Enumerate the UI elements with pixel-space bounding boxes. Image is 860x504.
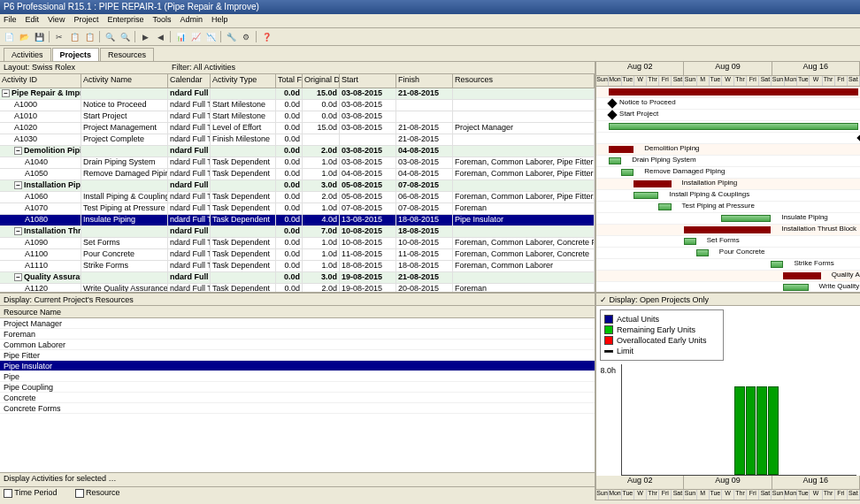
menu-admin[interactable]: Admin [180, 15, 203, 24]
resource-row[interactable]: Foreman [0, 329, 595, 340]
resource-row[interactable]: Concrete [0, 393, 595, 403]
activity-row[interactable]: A1020Project Managementndard Full TimeLe… [0, 123, 595, 134]
activity-row[interactable]: A1080Insulate Pipingndard Full TimeTask … [0, 215, 595, 226]
toolbar-button[interactable]: ⚙ [239, 30, 253, 44]
collapse-icon[interactable]: − [2, 89, 10, 97]
col-orig-duration[interactable]: Original Duration [303, 74, 340, 88]
summary-row[interactable]: −Installation Thrust Blockndard Full Tim… [0, 226, 595, 238]
col-activity-id[interactable]: Activity ID [0, 74, 81, 88]
toolbar-button[interactable]: 📂 [17, 30, 31, 44]
resource-col-header[interactable]: Resource Name [0, 306, 595, 318]
task-bar[interactable] [621, 169, 633, 176]
histogram-bar[interactable] [756, 386, 767, 475]
resource-row[interactable]: Pipe Fitter [0, 350, 595, 361]
col-finish[interactable]: Finish [396, 74, 453, 88]
gantt-row: Test Piping at Pressure [596, 202, 860, 213]
activity-row[interactable]: A1120Write Quality Assurance Reportndard… [0, 284, 595, 292]
day-header: Sat [848, 76, 860, 86]
activity-grid[interactable]: −Pipe Repair & Improvendard Full Time0.0… [0, 88, 595, 292]
summary-bar[interactable] [684, 226, 772, 233]
opt-resource[interactable]: Resource [75, 488, 120, 500]
histogram-bar[interactable] [768, 386, 779, 475]
toolbar-button[interactable]: 🔍 [103, 30, 117, 44]
activity-row[interactable]: A1030Project Completendard Full TimeFini… [0, 134, 595, 146]
activity-row[interactable]: A1040Drain Piping Systemndard Full TimeT… [0, 157, 595, 169]
toolbar-button[interactable]: 📉 [203, 30, 218, 44]
collapse-icon[interactable]: − [14, 181, 22, 189]
activity-row[interactable]: A1010Start Projectndard Full TimeStart M… [0, 111, 595, 123]
toolbar-button[interactable]: ▶ [138, 30, 152, 44]
col-resources[interactable]: Resources [453, 74, 595, 88]
resource-list[interactable]: Project ManagerForemanCommon LaborerPipe… [0, 318, 595, 472]
toolbar-button[interactable]: 🔍 [118, 30, 132, 44]
resource-row[interactable]: Pipe Insulator [0, 361, 595, 371]
histogram-bar[interactable] [734, 386, 745, 475]
activity-row[interactable]: A1000Notice to Proceedndard Full TimeSta… [0, 100, 595, 111]
toolbar-button[interactable]: 🔧 [224, 30, 238, 44]
summary-bar[interactable] [609, 146, 633, 153]
task-bar[interactable] [658, 203, 671, 210]
toolbar-button[interactable]: ❓ [259, 30, 273, 44]
task-bar[interactable] [721, 215, 771, 222]
menu-help[interactable]: Help [211, 15, 228, 24]
menu-enterprise[interactable]: Enterprise [107, 15, 143, 24]
tab-resources[interactable]: Resources [100, 48, 154, 61]
activity-row[interactable]: A1110Strike Formsndard Full TimeTask Dep… [0, 261, 595, 272]
activity-row[interactable]: A1060Install Piping & Couplingsndard Ful… [0, 192, 595, 203]
summary-bar[interactable] [783, 272, 820, 279]
task-bar[interactable] [609, 123, 858, 130]
task-bar[interactable] [771, 261, 783, 268]
menu-edit[interactable]: Edit [26, 15, 40, 24]
task-bar[interactable] [684, 238, 696, 245]
menu-project[interactable]: Project [73, 15, 98, 24]
histogram-area[interactable] [621, 364, 856, 476]
toolbar-button[interactable]: 📄 [2, 30, 16, 44]
col-start[interactable]: Start [340, 74, 396, 88]
summary-row[interactable]: −Quality Assurancendard Full Time0.0d3.0… [0, 272, 595, 284]
tab-projects[interactable]: Projects [52, 48, 100, 61]
activity-row[interactable]: A1090Set Formsndard Full TimeTask Depend… [0, 238, 595, 249]
gantt-body[interactable]: Notice to ProceedStart ProjectProject MP… [596, 87, 860, 292]
milestone-icon[interactable] [607, 110, 617, 119]
summary-row[interactable]: −Pipe Repair & Improvendard Full Time0.0… [0, 88, 595, 100]
toolbar-button[interactable]: ✂ [52, 30, 66, 44]
col-total-float[interactable]: Total Float [276, 74, 303, 88]
summary-row[interactable]: −Installation Pipingndard Full Time0.0d3… [0, 180, 595, 192]
menu-tools[interactable]: Tools [152, 15, 171, 24]
opt-time-period[interactable]: Time Period [4, 488, 58, 500]
toolbar-button[interactable]: 📊 [173, 30, 188, 44]
collapse-icon[interactable]: − [14, 227, 22, 235]
task-bar[interactable] [609, 157, 621, 164]
milestone-icon[interactable] [856, 133, 860, 142]
day-header: Mon [609, 76, 622, 86]
resource-row[interactable]: Pipe Coupling [0, 382, 595, 393]
collapse-icon[interactable]: − [14, 147, 22, 155]
collapse-icon[interactable]: − [14, 273, 22, 281]
task-bar[interactable] [633, 192, 658, 199]
tab-activities[interactable]: Activities [4, 48, 51, 61]
col-calendar[interactable]: Calendar [168, 74, 211, 88]
toolbar-button[interactable]: ◀ [153, 30, 167, 44]
summary-row[interactable]: −Demolition Pipingndard Full Time0.0d2.0… [0, 146, 595, 157]
resource-row[interactable]: Pipe [0, 371, 595, 382]
summary-bar[interactable] [609, 88, 858, 95]
col-activity-type[interactable]: Activity Type [211, 74, 276, 88]
activity-row[interactable]: A1070Test Piping at Pressurendard Full T… [0, 203, 595, 215]
task-bar[interactable] [696, 249, 709, 256]
resource-row[interactable]: Concrete Forms [0, 403, 595, 414]
resource-row[interactable]: Project Manager [0, 318, 595, 329]
menu-file[interactable]: File [4, 15, 17, 24]
activity-row[interactable]: A1050Remove Damaged Pipingndard Full Tim… [0, 169, 595, 180]
histogram-bar[interactable] [746, 386, 756, 475]
toolbar-button[interactable]: 📋 [67, 30, 81, 44]
summary-bar[interactable] [633, 180, 671, 187]
milestone-icon[interactable] [607, 98, 617, 108]
toolbar-button[interactable]: 💾 [32, 30, 46, 44]
task-bar[interactable] [783, 284, 808, 291]
toolbar-button[interactable]: 📈 [188, 30, 203, 44]
menu-view[interactable]: View [48, 15, 65, 24]
resource-row[interactable]: Common Laborer [0, 340, 595, 350]
col-activity-name[interactable]: Activity Name [81, 74, 168, 88]
activity-row[interactable]: A1100Pour Concretendard Full TimeTask De… [0, 249, 595, 261]
toolbar-button[interactable]: 📋 [82, 30, 96, 44]
